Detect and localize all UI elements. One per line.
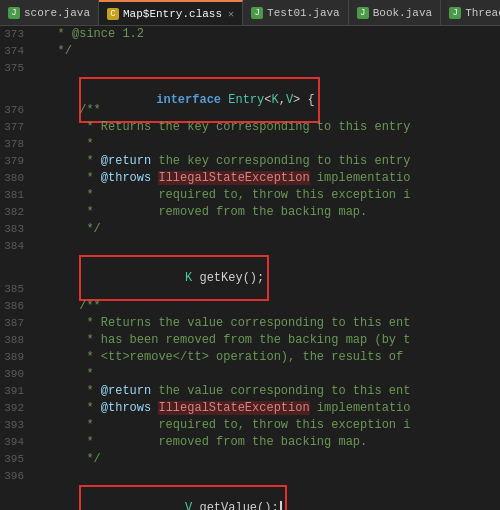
line-376: 376 /**	[0, 102, 500, 119]
tab-test01-label: Test01.java	[267, 7, 340, 19]
line-374: 374 */	[0, 43, 500, 60]
line-378: 378 *	[0, 136, 500, 153]
tab-bar: J score.java C Map$Entry.class ✕ J Test0…	[0, 0, 500, 26]
line-384: 384 K getKey();	[0, 238, 500, 280]
tab-book-label: Book.java	[373, 7, 432, 19]
line-391: 391 * @return the value corresponding to…	[0, 383, 500, 400]
line-377: 377 * Returns the key corresponding to t…	[0, 119, 500, 136]
line-394: 394 * removed from the backing map.	[0, 434, 500, 451]
tab-score-label: score.java	[24, 7, 90, 19]
line-380: 380 * @throws IllegalStateException impl…	[0, 170, 500, 187]
tab-thread01-label: Thread01.java	[465, 7, 500, 19]
line-393: 393 * required to, throw this exception …	[0, 417, 500, 434]
tab-test01-icon: J	[251, 7, 263, 19]
tab-test01[interactable]: J Test01.java	[243, 0, 349, 25]
line-382: 382 * removed from the backing map.	[0, 204, 500, 221]
line-385: 385	[0, 281, 500, 298]
tab-score-icon: J	[8, 7, 20, 19]
tab-mapentry-close[interactable]: ✕	[228, 8, 234, 20]
line-379: 379 * @return the key corresponding to t…	[0, 153, 500, 170]
tab-mapentry-icon: C	[107, 8, 119, 20]
tab-book[interactable]: J Book.java	[349, 0, 441, 25]
editor: 373 * @since 1.2 374 */ 375 interface En…	[0, 26, 500, 510]
line-395: 395 */	[0, 451, 500, 468]
tab-score[interactable]: J score.java	[0, 0, 99, 25]
line-396: 396 V getValue();	[0, 468, 500, 510]
line-386: 386 /**	[0, 298, 500, 315]
tab-thread01[interactable]: J Thread01.java	[441, 0, 500, 25]
tab-mapentry[interactable]: C Map$Entry.class ✕	[99, 0, 243, 25]
line-383: 383 */	[0, 221, 500, 238]
line-388: 388 * has been removed from the backing …	[0, 332, 500, 349]
tab-book-icon: J	[357, 7, 369, 19]
tab-thread01-icon: J	[449, 7, 461, 19]
line-387: 387 * Returns the value corresponding to…	[0, 315, 500, 332]
tab-mapentry-label: Map$Entry.class	[123, 8, 222, 20]
line-381: 381 * required to, throw this exception …	[0, 187, 500, 204]
line-390: 390 *	[0, 366, 500, 383]
line-389: 389 * <tt>remove</tt> operation), the re…	[0, 349, 500, 366]
cursor	[280, 501, 282, 510]
line-373: 373 * @since 1.2	[0, 26, 500, 43]
line-392: 392 * @throws IllegalStateException impl…	[0, 400, 500, 417]
line-375: 375 interface Entry<K,V> {	[0, 60, 500, 102]
